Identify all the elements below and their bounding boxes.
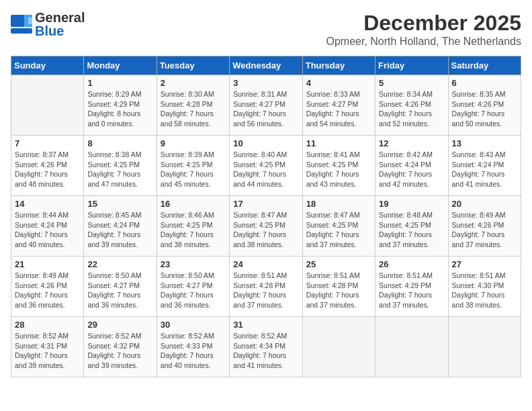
day-cell: 23Sunrise: 8:50 AM Sunset: 4:27 PM Dayli… bbox=[157, 257, 229, 317]
day-cell bbox=[11, 75, 84, 136]
day-info: Sunrise: 8:41 AM Sunset: 4:25 PM Dayligh… bbox=[306, 150, 371, 189]
day-number: 11 bbox=[306, 138, 371, 148]
header-monday: Monday bbox=[84, 56, 157, 75]
day-info: Sunrise: 8:49 AM Sunset: 4:26 PM Dayligh… bbox=[15, 271, 80, 310]
day-number: 27 bbox=[452, 259, 517, 269]
day-cell: 15Sunrise: 8:45 AM Sunset: 4:24 PM Dayli… bbox=[84, 196, 157, 257]
day-info: Sunrise: 8:48 AM Sunset: 4:25 PM Dayligh… bbox=[379, 210, 444, 250]
header-saturday: Saturday bbox=[448, 56, 521, 75]
header-friday: Friday bbox=[375, 56, 448, 75]
day-info: Sunrise: 8:35 AM Sunset: 4:26 PM Dayligh… bbox=[452, 89, 517, 129]
day-cell: 26Sunrise: 8:51 AM Sunset: 4:29 PM Dayli… bbox=[375, 257, 448, 317]
day-number: 7 bbox=[15, 138, 80, 148]
week-row-3: 14Sunrise: 8:44 AM Sunset: 4:24 PM Dayli… bbox=[11, 196, 521, 257]
day-info: Sunrise: 8:51 AM Sunset: 4:28 PM Dayligh… bbox=[233, 271, 298, 310]
day-cell: 9Sunrise: 8:39 AM Sunset: 4:25 PM Daylig… bbox=[157, 136, 229, 196]
day-info: Sunrise: 8:31 AM Sunset: 4:27 PM Dayligh… bbox=[233, 89, 298, 129]
day-cell: 5Sunrise: 8:34 AM Sunset: 4:26 PM Daylig… bbox=[375, 75, 448, 136]
day-number: 25 bbox=[306, 259, 371, 269]
day-info: Sunrise: 8:43 AM Sunset: 4:24 PM Dayligh… bbox=[452, 150, 517, 189]
day-cell: 4Sunrise: 8:33 AM Sunset: 4:27 PM Daylig… bbox=[302, 75, 375, 136]
day-info: Sunrise: 8:40 AM Sunset: 4:25 PM Dayligh… bbox=[233, 150, 298, 189]
day-info: Sunrise: 8:50 AM Sunset: 4:27 PM Dayligh… bbox=[87, 271, 152, 310]
logo: General Blue bbox=[11, 11, 85, 38]
day-info: Sunrise: 8:47 AM Sunset: 4:25 PM Dayligh… bbox=[233, 210, 298, 250]
day-cell: 31Sunrise: 8:52 AM Sunset: 4:34 PM Dayli… bbox=[230, 317, 302, 377]
day-info: Sunrise: 8:38 AM Sunset: 4:25 PM Dayligh… bbox=[87, 150, 152, 189]
day-cell: 21Sunrise: 8:49 AM Sunset: 4:26 PM Dayli… bbox=[11, 257, 84, 317]
day-number: 26 bbox=[379, 259, 444, 269]
day-info: Sunrise: 8:46 AM Sunset: 4:25 PM Dayligh… bbox=[161, 210, 226, 250]
day-number: 14 bbox=[15, 199, 80, 209]
day-cell: 27Sunrise: 8:51 AM Sunset: 4:30 PM Dayli… bbox=[448, 257, 521, 317]
day-cell: 24Sunrise: 8:51 AM Sunset: 4:28 PM Dayli… bbox=[230, 257, 302, 317]
header-sunday: Sunday bbox=[11, 56, 84, 75]
day-number: 23 bbox=[161, 259, 226, 269]
day-number: 28 bbox=[15, 320, 80, 330]
day-number: 29 bbox=[87, 320, 152, 330]
day-cell: 18Sunrise: 8:47 AM Sunset: 4:25 PM Dayli… bbox=[302, 196, 375, 257]
day-cell: 11Sunrise: 8:41 AM Sunset: 4:25 PM Dayli… bbox=[302, 136, 375, 196]
day-number: 8 bbox=[87, 138, 152, 148]
day-number: 13 bbox=[452, 138, 517, 148]
day-cell: 22Sunrise: 8:50 AM Sunset: 4:27 PM Dayli… bbox=[84, 257, 157, 317]
header-wednesday: Wednesday bbox=[230, 56, 302, 75]
day-info: Sunrise: 8:52 AM Sunset: 4:33 PM Dayligh… bbox=[161, 331, 226, 371]
day-cell: 6Sunrise: 8:35 AM Sunset: 4:26 PM Daylig… bbox=[448, 75, 521, 136]
day-info: Sunrise: 8:51 AM Sunset: 4:30 PM Dayligh… bbox=[452, 271, 517, 310]
week-row-4: 21Sunrise: 8:49 AM Sunset: 4:26 PM Dayli… bbox=[11, 257, 521, 317]
day-cell: 10Sunrise: 8:40 AM Sunset: 4:25 PM Dayli… bbox=[230, 136, 302, 196]
page-header: General Blue December 2025 Opmeer, North… bbox=[11, 11, 521, 48]
logo-icon bbox=[11, 15, 32, 34]
day-cell: 17Sunrise: 8:47 AM Sunset: 4:25 PM Dayli… bbox=[230, 196, 302, 257]
day-cell: 7Sunrise: 8:37 AM Sunset: 4:26 PM Daylig… bbox=[11, 136, 84, 196]
day-info: Sunrise: 8:50 AM Sunset: 4:27 PM Dayligh… bbox=[161, 271, 226, 310]
day-info: Sunrise: 8:33 AM Sunset: 4:27 PM Dayligh… bbox=[306, 89, 371, 129]
day-cell: 3Sunrise: 8:31 AM Sunset: 4:27 PM Daylig… bbox=[230, 75, 302, 136]
day-number: 30 bbox=[161, 320, 226, 330]
day-number: 10 bbox=[233, 138, 298, 148]
day-cell: 8Sunrise: 8:38 AM Sunset: 4:25 PM Daylig… bbox=[84, 136, 157, 196]
day-cell: 16Sunrise: 8:46 AM Sunset: 4:25 PM Dayli… bbox=[157, 196, 229, 257]
day-cell bbox=[448, 317, 521, 377]
week-row-5: 28Sunrise: 8:52 AM Sunset: 4:31 PM Dayli… bbox=[11, 317, 521, 377]
day-info: Sunrise: 8:39 AM Sunset: 4:25 PM Dayligh… bbox=[161, 150, 226, 189]
calendar-table: SundayMondayTuesdayWednesdayThursdayFrid… bbox=[11, 56, 521, 377]
day-number: 19 bbox=[379, 199, 444, 209]
day-number: 1 bbox=[87, 78, 152, 88]
day-cell: 29Sunrise: 8:52 AM Sunset: 4:32 PM Dayli… bbox=[84, 317, 157, 377]
calendar-subtitle: Opmeer, North Holland, The Netherlands bbox=[326, 36, 521, 48]
day-cell: 30Sunrise: 8:52 AM Sunset: 4:33 PM Dayli… bbox=[157, 317, 229, 377]
day-info: Sunrise: 8:52 AM Sunset: 4:32 PM Dayligh… bbox=[87, 331, 152, 371]
day-number: 6 bbox=[452, 78, 517, 88]
day-number: 2 bbox=[161, 78, 226, 88]
day-cell: 25Sunrise: 8:51 AM Sunset: 4:28 PM Dayli… bbox=[302, 257, 375, 317]
day-number: 3 bbox=[233, 78, 298, 88]
day-info: Sunrise: 8:49 AM Sunset: 4:26 PM Dayligh… bbox=[452, 210, 517, 250]
day-number: 20 bbox=[452, 199, 517, 209]
day-info: Sunrise: 8:30 AM Sunset: 4:28 PM Dayligh… bbox=[161, 89, 226, 129]
day-cell bbox=[302, 317, 375, 377]
day-number: 18 bbox=[306, 199, 371, 209]
day-info: Sunrise: 8:47 AM Sunset: 4:25 PM Dayligh… bbox=[306, 210, 371, 250]
day-number: 31 bbox=[233, 320, 298, 330]
day-info: Sunrise: 8:29 AM Sunset: 4:29 PM Dayligh… bbox=[87, 89, 152, 129]
day-cell bbox=[375, 317, 448, 377]
day-number: 15 bbox=[87, 199, 152, 209]
svg-rect-3 bbox=[11, 28, 32, 34]
day-number: 5 bbox=[379, 78, 444, 88]
day-info: Sunrise: 8:42 AM Sunset: 4:24 PM Dayligh… bbox=[379, 150, 444, 189]
day-cell: 14Sunrise: 8:44 AM Sunset: 4:24 PM Dayli… bbox=[11, 196, 84, 257]
day-cell: 19Sunrise: 8:48 AM Sunset: 4:25 PM Dayli… bbox=[375, 196, 448, 257]
day-number: 22 bbox=[87, 259, 152, 269]
day-number: 12 bbox=[379, 138, 444, 148]
day-number: 4 bbox=[306, 78, 371, 88]
week-row-2: 7Sunrise: 8:37 AM Sunset: 4:26 PM Daylig… bbox=[11, 136, 521, 196]
header-thursday: Thursday bbox=[302, 56, 375, 75]
day-info: Sunrise: 8:44 AM Sunset: 4:24 PM Dayligh… bbox=[15, 210, 80, 250]
day-number: 24 bbox=[233, 259, 298, 269]
day-info: Sunrise: 8:51 AM Sunset: 4:28 PM Dayligh… bbox=[306, 271, 371, 310]
calendar-title: December 2025 bbox=[326, 11, 521, 36]
header-row: SundayMondayTuesdayWednesdayThursdayFrid… bbox=[11, 56, 521, 75]
day-cell: 20Sunrise: 8:49 AM Sunset: 4:26 PM Dayli… bbox=[448, 196, 521, 257]
